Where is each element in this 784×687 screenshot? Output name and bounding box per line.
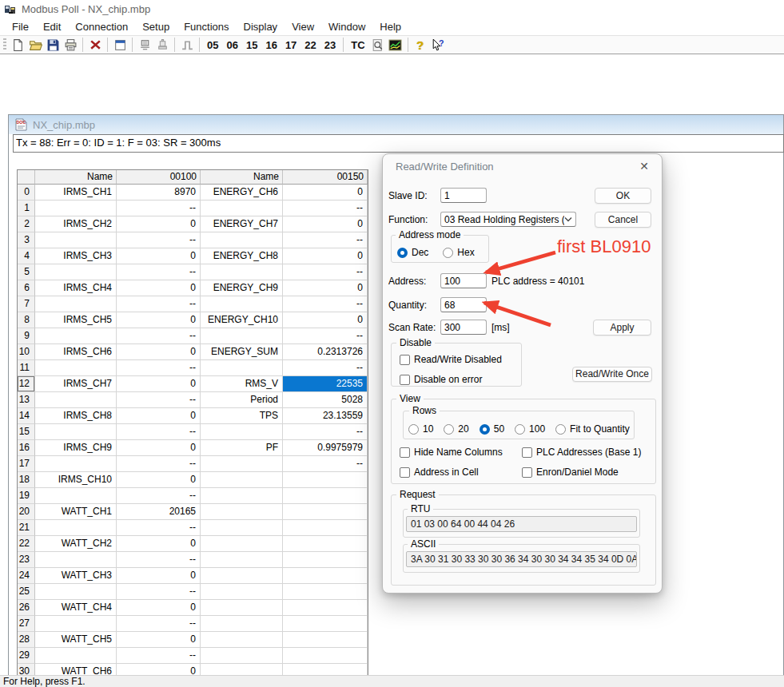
name-cell[interactable]: Period (201, 392, 283, 408)
name-cell[interactable]: ENERGY_CH8 (201, 248, 283, 264)
name-cell[interactable] (201, 504, 283, 520)
name-cell[interactable] (35, 264, 117, 280)
menu-item[interactable]: Setup (135, 19, 177, 34)
value-cell[interactable]: -- (283, 456, 368, 472)
value-cell[interactable] (283, 552, 368, 568)
address-input[interactable] (440, 273, 487, 288)
name-cell[interactable] (201, 264, 283, 280)
open-file-icon[interactable] (26, 37, 44, 53)
radio-option[interactable]: 10 (408, 423, 433, 435)
value-cell[interactable]: -- (283, 296, 368, 312)
checkbox-option[interactable]: Disable on error (400, 374, 502, 385)
value-cell[interactable]: -- (283, 328, 368, 344)
name-cell[interactable] (201, 536, 283, 552)
row-number-cell[interactable]: 19 (18, 488, 35, 504)
quantity-input[interactable] (440, 297, 487, 312)
name-cell[interactable] (201, 296, 283, 312)
checkbox-option[interactable]: Hide Name Columns (400, 447, 522, 458)
value-cell[interactable]: -- (117, 648, 201, 664)
function-code-button[interactable]: 15 (242, 39, 261, 51)
name-cell[interactable] (201, 472, 283, 488)
name-cell[interactable]: WATT_CH5 (35, 632, 117, 648)
value-cell[interactable]: -- (117, 488, 201, 504)
row-number-cell[interactable]: 27 (18, 616, 35, 632)
value-cell[interactable]: 0 (117, 376, 201, 392)
value-cell[interactable]: -- (117, 552, 201, 568)
value-cell[interactable] (283, 568, 368, 584)
poll-definition-icon[interactable] (136, 37, 153, 53)
radio-option[interactable]: Fit to Quantity (555, 423, 630, 435)
name-cell[interactable] (35, 296, 117, 312)
close-icon[interactable]: ✕ (636, 158, 652, 174)
name-cell[interactable]: IRMS_CH7 (35, 376, 117, 392)
name-cell[interactable] (35, 232, 117, 248)
row-number-cell[interactable]: 15 (18, 424, 35, 440)
name-cell[interactable]: IRMS_CH1 (35, 185, 117, 201)
row-number-cell[interactable]: 28 (18, 632, 35, 648)
name-cell[interactable] (201, 424, 283, 440)
menu-item[interactable]: Connection (68, 19, 135, 34)
name-cell[interactable]: RMS_V (201, 376, 283, 392)
row-number-cell[interactable]: 6 (18, 280, 35, 296)
name-cell[interactable]: IRMS_CH5 (35, 312, 117, 328)
name-cell[interactable] (35, 616, 117, 632)
checkbox-option[interactable]: Read/Write Disabled (400, 354, 502, 365)
name-cell[interactable] (35, 488, 117, 504)
function-code-button[interactable]: 16 (261, 39, 281, 51)
save-icon[interactable] (44, 37, 62, 53)
read-write-once-button[interactable]: Read/Write Once (572, 367, 652, 382)
row-number-cell[interactable]: 1 (18, 201, 35, 216)
name-cell[interactable] (35, 392, 117, 408)
name-cell[interactable] (201, 201, 283, 216)
checkbox-option[interactable]: Enron/Daniel Mode (522, 467, 641, 478)
name-cell[interactable]: IRMS_CH4 (35, 280, 117, 296)
row-number-cell[interactable]: 7 (18, 296, 35, 312)
row-number-cell[interactable]: 2 (18, 216, 35, 232)
function-code-button[interactable]: 05 (203, 39, 222, 51)
name-cell[interactable] (201, 456, 283, 472)
new-file-icon[interactable] (9, 37, 26, 53)
value-cell[interactable]: 0 (117, 344, 201, 360)
name-cell[interactable]: WATT_CH3 (35, 568, 117, 584)
value-cell[interactable]: 0.2313726 (283, 344, 368, 360)
value-cell[interactable]: 0 (283, 185, 368, 201)
help-icon[interactable]: ? (412, 37, 429, 53)
value-cell[interactable]: -- (283, 232, 368, 248)
row-number-cell[interactable]: 25 (18, 584, 35, 600)
value-cell[interactable]: -- (117, 456, 201, 472)
row-number-cell[interactable]: 29 (18, 648, 35, 664)
row-number-cell[interactable]: 13 (18, 392, 35, 408)
name-cell[interactable] (201, 232, 283, 248)
value-cell[interactable]: 0 (283, 280, 368, 296)
name-cell[interactable] (201, 648, 283, 664)
function-code-button[interactable]: 22 (300, 39, 320, 51)
row-number-cell[interactable]: 14 (18, 408, 35, 424)
function-code-button[interactable]: 06 (222, 39, 241, 51)
value-cell[interactable]: 0 (283, 216, 368, 232)
value-cell[interactable] (283, 632, 368, 648)
row-number-cell[interactable]: 22 (18, 536, 35, 552)
value-cell[interactable]: -- (117, 616, 201, 632)
radio-option[interactable]: 100 (515, 423, 545, 435)
row-number-cell[interactable]: 0 (18, 185, 35, 201)
name-cell[interactable]: WATT_CH1 (35, 504, 117, 520)
row-number-cell[interactable]: 11 (18, 360, 35, 376)
name-cell[interactable]: WATT_CH4 (35, 600, 117, 616)
name-cell[interactable] (201, 632, 283, 648)
value-cell[interactable]: 0 (117, 216, 201, 232)
name-cell[interactable] (201, 488, 283, 504)
menu-item[interactable]: View (285, 19, 321, 34)
display-setup-icon[interactable] (111, 37, 129, 53)
name-cell[interactable] (35, 584, 117, 600)
name-cell[interactable] (201, 568, 283, 584)
row-number-cell[interactable]: 5 (18, 264, 35, 280)
column-header-corner[interactable] (18, 170, 35, 185)
value-cell[interactable]: 0 (117, 408, 201, 424)
value-cell[interactable]: 0 (117, 280, 201, 296)
value-cell[interactable] (283, 536, 368, 552)
radio-option[interactable]: 50 (480, 423, 504, 435)
row-number-cell[interactable]: 12 (18, 376, 35, 392)
name-cell[interactable] (201, 552, 283, 568)
row-number-cell[interactable]: 24 (18, 568, 35, 584)
value-cell[interactable]: -- (117, 264, 201, 280)
